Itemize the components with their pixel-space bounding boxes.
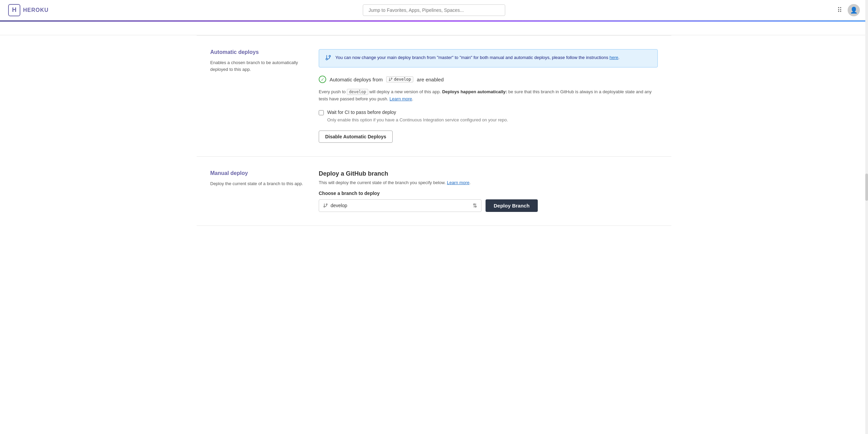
heroku-logo[interactable]: H HEROKU [8, 4, 48, 16]
push-info: Every push to develop will deploy a new … [319, 88, 658, 103]
scrollbar-thumb[interactable] [865, 174, 868, 201]
automatic-deploys-desc: Enables a chosen branch to be automatica… [210, 59, 305, 73]
header: H HEROKU ⠿ 👤 [0, 0, 868, 20]
info-banner-text: You can now change your main deploy bran… [335, 54, 619, 61]
main-content: Automatic deploys Enables a chosen branc… [197, 35, 671, 226]
ci-checkbox-hint: Only enable this option if you have a Co… [319, 117, 658, 122]
header-right: ⠿ 👤 [837, 4, 860, 16]
section-divider-bottom [197, 225, 671, 226]
logo-box: H [8, 4, 20, 16]
branch-select-row: develop ⇅ Deploy Branch [319, 199, 658, 212]
status-row: ✓ Automatic deploys from develop are ena… [319, 76, 658, 83]
manual-deploy-title: Manual deploy [210, 170, 305, 176]
grid-icon[interactable]: ⠿ [837, 6, 842, 14]
branch-badge: develop [386, 76, 414, 82]
automatic-deploys-right: You can now change your main deploy bran… [319, 49, 658, 143]
manual-deploy-desc: Deploy the current state of a branch to … [210, 180, 305, 187]
status-branch-name: develop [394, 77, 411, 82]
learn-more-link-1[interactable]: Learn more [390, 96, 412, 101]
branch-icon-banner [325, 55, 331, 62]
branch-select-value: develop [331, 203, 470, 208]
manual-deploy-left: Manual deploy Deploy the current state o… [210, 170, 305, 212]
status-prefix: Automatic deploys from [330, 77, 383, 82]
ci-checkbox-row: Wait for CI to pass before deploy [319, 110, 658, 115]
deploy-desc: This will deploy the current state of th… [319, 180, 658, 185]
deploy-branch-button[interactable]: Deploy Branch [486, 199, 538, 212]
deploy-github-title: Deploy a GitHub branch [319, 170, 658, 177]
deploy-learn-more-link[interactable]: Learn more [447, 180, 469, 185]
ci-checkbox[interactable] [319, 110, 324, 115]
scrollbar-track[interactable] [865, 0, 868, 434]
disable-automatic-deploys-button[interactable]: Disable Automatic Deploys [319, 131, 393, 143]
manual-deploy-section: Manual deploy Deploy the current state o… [197, 157, 671, 225]
branch-select-dropdown[interactable]: develop ⇅ [319, 199, 481, 212]
status-suffix: are enabled [417, 77, 443, 82]
automatic-deploys-left: Automatic deploys Enables a chosen branc… [210, 49, 305, 143]
automatic-deploys-section: Automatic deploys Enables a chosen branc… [197, 36, 671, 156]
search-input[interactable] [363, 4, 505, 16]
chevron-updown-icon: ⇅ [473, 202, 477, 209]
branch-icon-select [323, 203, 328, 208]
logo-letter: H [12, 6, 17, 14]
logo-name: HEROKU [23, 7, 48, 13]
push-bold-text: Deploys happen automatically: [442, 89, 507, 94]
automatic-deploys-title: Automatic deploys [210, 49, 305, 55]
ci-checkbox-label[interactable]: Wait for CI to pass before deploy [327, 110, 396, 115]
search-container [363, 4, 505, 16]
choose-branch-label: Choose a branch to deploy [319, 191, 658, 196]
check-circle-icon: ✓ [319, 76, 326, 83]
subnav-area [0, 22, 868, 35]
info-banner-link[interactable]: here [610, 55, 618, 60]
manual-deploy-right: Deploy a GitHub branch This will deploy … [319, 170, 658, 212]
push-branch-code: develop [347, 89, 368, 95]
info-banner: You can now change your main deploy bran… [319, 49, 658, 67]
avatar[interactable]: 👤 [848, 4, 860, 16]
